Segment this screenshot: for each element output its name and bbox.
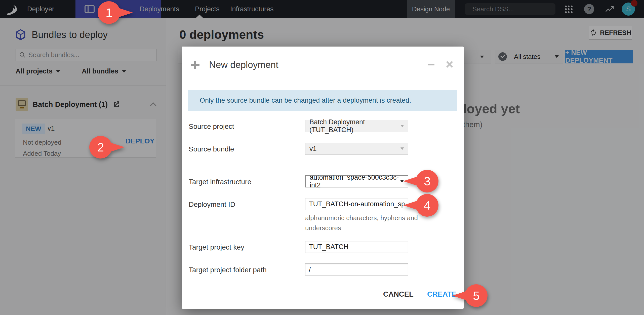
- deployer-screen: Deployer Pr Deployments Projects Infrast…: [0, 0, 644, 315]
- annotation-step-1: 1: [98, 1, 120, 24]
- annotation-step-2: 2: [89, 136, 112, 159]
- source-bundle-label: Source bundle: [189, 145, 234, 153]
- plus-icon: [191, 61, 199, 69]
- modal-title: New deployment: [209, 60, 278, 70]
- close-icon[interactable]: [446, 61, 453, 68]
- cancel-button[interactable]: CANCEL: [383, 290, 414, 298]
- source-project-value: Batch Deployment (TUT_BATCH): [309, 118, 400, 134]
- step-number: 2: [89, 136, 112, 159]
- target-infrastructure-label: Target infrastructure: [189, 178, 251, 186]
- step-number: 1: [98, 1, 120, 24]
- chevron-down-icon: [400, 125, 404, 127]
- target-project-folder-path-label: Target project folder path: [189, 266, 267, 274]
- chevron-down-icon: [400, 147, 404, 150]
- info-banner: Only the source bundle can be changed af…: [188, 90, 457, 111]
- target-project-folder-path-input[interactable]: [305, 263, 408, 275]
- annotation-step-4: 4: [416, 194, 438, 217]
- step-number: 3: [416, 170, 438, 192]
- deployment-id-label: Deployment ID: [189, 201, 235, 209]
- step-number: 5: [465, 284, 488, 307]
- source-bundle-select[interactable]: v1: [305, 143, 408, 155]
- source-project-select[interactable]: Batch Deployment (TUT_BATCH): [305, 120, 408, 132]
- target-project-key-label: Target project key: [189, 243, 244, 251]
- modal-header: New deployment: [182, 47, 464, 79]
- annotation-step-5: 5: [465, 284, 488, 307]
- source-bundle-value: v1: [309, 145, 317, 153]
- deployment-id-help-line1: alphanumeric characters, hyphens and: [305, 214, 418, 222]
- target-infrastructure-select[interactable]: automation_space-500c3c3c-int2: [305, 175, 408, 187]
- source-project-label: Source project: [189, 123, 234, 131]
- annotation-step-3: 3: [416, 170, 438, 192]
- target-project-key-input[interactable]: [305, 241, 408, 253]
- deployment-id-input[interactable]: [305, 198, 408, 210]
- target-infrastructure-value: automation_space-500c3c3c-int2: [310, 174, 400, 189]
- minimize-icon[interactable]: [428, 64, 434, 65]
- deployment-id-help-line2: underscores: [305, 224, 341, 232]
- step-number: 4: [416, 194, 438, 217]
